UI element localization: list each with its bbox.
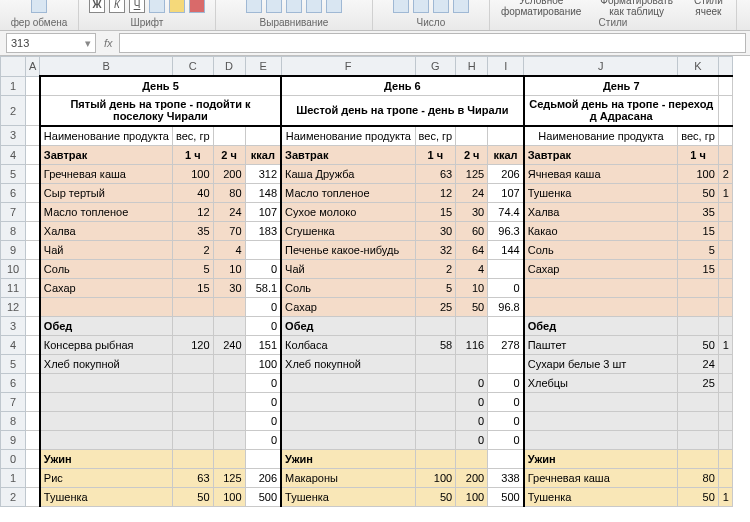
dec-inc-icon[interactable] [433,0,449,13]
cell[interactable]: 0 [488,392,524,411]
cell[interactable]: 1 ч [678,145,719,164]
cell[interactable]: 0 [245,297,281,316]
row-header[interactable]: 5 [1,354,26,373]
cell[interactable]: 0 [488,411,524,430]
col-E[interactable]: E [245,57,281,77]
cell[interactable]: 100 [173,164,214,183]
cell[interactable]: 12 [173,202,214,221]
cell[interactable]: Ужин [40,449,173,468]
cell[interactable]: Завтрак [524,145,678,164]
cell[interactable] [488,316,524,335]
cell[interactable]: Тушенка [524,183,678,202]
cell[interactable] [245,126,281,146]
cell[interactable]: Ужин [524,449,678,468]
cell[interactable]: 10 [213,259,245,278]
cell[interactable]: Тушенка [281,487,415,506]
cell[interactable]: 32 [415,240,456,259]
cell[interactable]: 4 [213,240,245,259]
cell[interactable]: Наименование продукта [40,126,173,146]
cell[interactable]: Наименование продукта [524,126,678,146]
cell[interactable]: ккал [488,145,524,164]
cell[interactable]: 0 [245,316,281,335]
cell[interactable] [718,145,732,164]
cell[interactable]: 4 [456,259,488,278]
cell[interactable] [718,468,732,487]
cell[interactable]: 0 [456,411,488,430]
cell[interactable]: ккал [245,145,281,164]
col-A[interactable]: A [26,57,40,77]
row-header[interactable]: 2 [1,96,26,126]
cell[interactable]: Соль [524,240,678,259]
cell[interactable]: 1 [718,335,732,354]
font-color-icon[interactable] [189,0,205,13]
cell[interactable]: Наименование продукта [281,126,415,146]
cell[interactable]: Какао [524,221,678,240]
cell[interactable]: 30 [456,202,488,221]
row-header[interactable]: 8 [1,411,26,430]
cell[interactable] [173,297,214,316]
wrap-icon[interactable] [306,0,322,13]
row-header[interactable]: 4 [1,145,26,164]
cell[interactable] [281,392,415,411]
cell[interactable]: 278 [488,335,524,354]
cell[interactable]: 35 [173,221,214,240]
cell[interactable]: 100 [245,354,281,373]
cell[interactable]: Макароны [281,468,415,487]
cell[interactable] [415,449,456,468]
row-header[interactable]: 12 [1,297,26,316]
cell[interactable]: 24 [456,183,488,202]
cell[interactable]: 5 [678,240,719,259]
cell[interactable] [678,411,719,430]
cell[interactable]: 5 [173,259,214,278]
cell[interactable]: 15 [415,202,456,221]
align-right-icon[interactable] [286,0,302,13]
cell[interactable] [488,126,524,146]
border-icon[interactable] [149,0,165,13]
cell[interactable] [40,411,173,430]
col-F[interactable]: F [281,57,415,77]
cell[interactable]: 0 [488,373,524,392]
col-D[interactable]: D [213,57,245,77]
cell[interactable] [718,411,732,430]
cell[interactable]: Ужин [281,449,415,468]
cell[interactable] [173,316,214,335]
cell[interactable] [456,316,488,335]
cell[interactable]: 30 [213,278,245,297]
cell[interactable]: 0 [245,373,281,392]
name-box[interactable]: 313▾ [6,33,96,53]
cell[interactable] [213,297,245,316]
row-header[interactable]: 7 [1,202,26,221]
cell[interactable]: 125 [213,468,245,487]
row-header[interactable]: 11 [1,278,26,297]
cell[interactable]: 200 [456,468,488,487]
cell[interactable]: 120 [173,335,214,354]
cell[interactable] [415,392,456,411]
cell[interactable]: 24 [213,202,245,221]
row-header[interactable]: 3 [1,126,26,146]
cell[interactable]: 25 [415,297,456,316]
cell[interactable]: Обед [281,316,415,335]
col-I[interactable]: I [488,57,524,77]
cell[interactable] [718,316,732,335]
cell[interactable]: 64 [456,240,488,259]
align-center-icon[interactable] [266,0,282,13]
cell[interactable] [678,316,719,335]
col-J[interactable]: J [524,57,678,77]
cell[interactable] [718,278,732,297]
cell[interactable]: Тушенка [40,487,173,506]
cell[interactable] [173,354,214,373]
cell[interactable]: Сгушенка [281,221,415,240]
cell[interactable]: 50 [415,487,456,506]
cell[interactable] [213,411,245,430]
cell[interactable]: Соль [40,259,173,278]
cell[interactable] [415,411,456,430]
grid[interactable]: A B C D E F G H I J K 1 День 5 День 6 Де… [0,56,733,507]
cell[interactable]: Рис [40,468,173,487]
select-all[interactable] [1,57,26,77]
cell[interactable]: 100 [456,487,488,506]
cell[interactable]: Сыр тертый [40,183,173,202]
cell[interactable]: Гречневая каша [40,164,173,183]
italic-icon[interactable]: К [109,0,125,13]
cell[interactable]: Масло топленое [40,202,173,221]
cell[interactable] [213,354,245,373]
